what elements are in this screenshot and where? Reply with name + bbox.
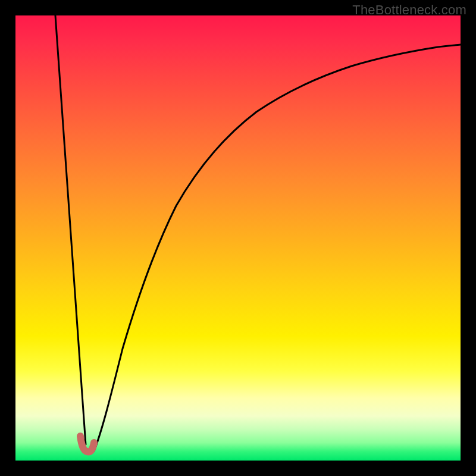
plot-area xyxy=(15,15,461,461)
right-ascent-curve xyxy=(94,45,461,451)
valley-marker xyxy=(80,436,94,452)
attribution-text: TheBottleneck.com xyxy=(352,2,466,18)
chart-frame: TheBottleneck.com xyxy=(0,0,476,476)
left-descent-line xyxy=(55,15,86,444)
curve-layer xyxy=(15,15,461,461)
